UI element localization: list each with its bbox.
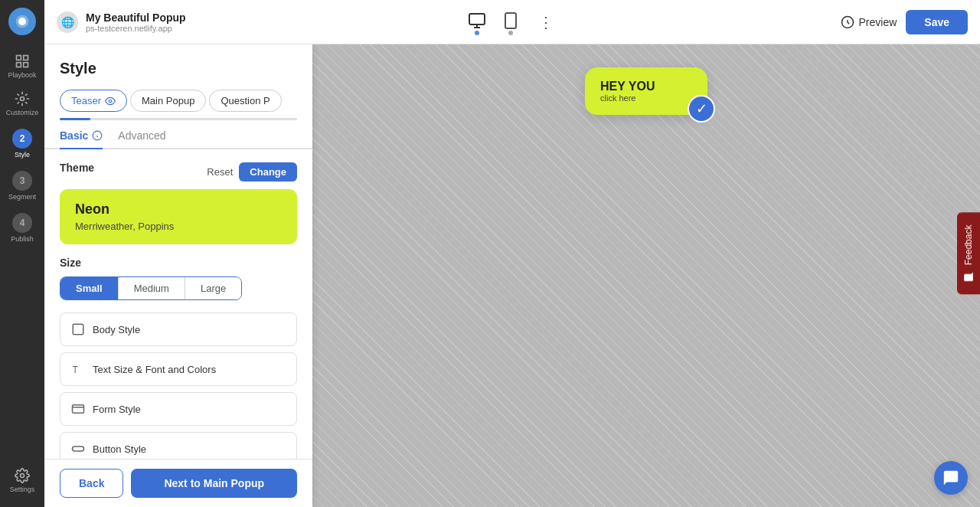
svg-rect-8 [469,14,485,25]
step-circle-publish: 4 [12,213,32,233]
tab-teaser[interactable]: Teaser [60,90,127,112]
text-size-item[interactable]: T Text Size & Font and Colors [60,352,297,386]
app-title: My Beautiful Popup [86,11,186,24]
desktop-active-dot [475,31,479,35]
sidebar-item-customize[interactable]: Customize [0,85,44,123]
popup-hey-text: HEY YOU [600,80,692,93]
size-label: Size [60,257,297,269]
step-circle-segment: 3 [12,171,32,191]
app-subtitle: ps-testceren.netlify.app [86,24,186,33]
text-size-label: Text Size & Font and Colors [93,364,216,375]
popup-click-text: click here [600,93,692,103]
theme-label: Theme [60,162,94,174]
svg-text:T: T [73,365,79,375]
save-button[interactable]: Save [906,10,968,34]
globe-icon: 🌐 [57,11,78,33]
svg-rect-18 [73,324,83,335]
svg-point-1 [18,18,26,25]
svg-rect-20 [73,405,84,414]
popup-preview: HEY YOU click here ✓ [585,67,707,115]
sidebar-item-playbook-label: Playbook [8,71,36,79]
feedback-tab[interactable]: Feedback [957,213,980,295]
popup-check-icon: ✓ [688,95,715,123]
more-options-button[interactable]: ⋮ [532,10,560,34]
next-button[interactable]: Next to Main Popup [131,469,297,498]
back-button[interactable]: Back [60,469,123,498]
button-style-label: Button Style [93,443,146,455]
theme-section-header: Theme Reset Change [60,162,297,182]
panel-footer: Back Next to Main Popup [44,459,312,507]
svg-rect-22 [73,446,84,451]
topbar-center: ⋮ [465,8,560,35]
tab-row: Teaser Main Popup Question P [44,90,312,112]
canvas-area: HEY YOU click here ✓ [312,44,980,507]
sub-tab-advanced[interactable]: Advanced [118,129,165,149]
sub-tab-row: Basic Advanced [44,120,312,149]
form-style-label: Form Style [93,404,141,415]
panel-content: Theme Reset Change Neon Merriweather, Po… [44,149,312,459]
desktop-device-button[interactable] [465,8,489,35]
topbar-left: 🌐 My Beautiful Popup ps-testceren.netlif… [57,11,465,33]
tab-scroll-indicator [60,118,297,120]
size-small-button[interactable]: Small [60,277,119,299]
sub-tab-basic[interactable]: Basic [60,129,103,149]
sidebar-item-style-label: Style [15,151,30,159]
svg-rect-2 [17,56,21,61]
theme-card: Neon Merriweather, Poppins [60,189,297,244]
topbar-title-block: My Beautiful Popup ps-testceren.netlify.… [86,11,186,33]
mobile-device-button[interactable] [498,8,523,35]
preview-button[interactable]: Preview [841,15,897,29]
size-section: Size Small Medium Large [60,257,297,300]
svg-rect-11 [505,13,516,28]
body-style-item[interactable]: Body Style [60,312,297,346]
sidebar-item-settings[interactable]: Settings [7,462,38,499]
sidebar-item-publish[interactable]: 4 Publish [0,207,44,249]
tab-scroll-thumb [60,118,90,120]
panel-header: Style [44,44,312,90]
sidebar: Playbook Customize 2 Style 3 Segment 4 P… [0,0,44,507]
tab-question[interactable]: Question P [209,90,281,112]
size-large-button[interactable]: Large [185,277,241,299]
svg-point-7 [21,474,24,478]
svg-point-6 [21,97,24,101]
mobile-dot [508,31,513,35]
sidebar-item-customize-label: Customize [6,109,39,116]
theme-fonts: Merriweather, Poppins [75,221,282,232]
content-area: Style Teaser Main Popup Question P [44,44,980,507]
step-circle-style: 2 [12,129,32,149]
sidebar-item-publish-label: Publish [11,235,34,243]
sidebar-item-style[interactable]: 2 Style [0,123,44,165]
topbar-right: Preview Save [560,10,968,34]
theme-reset-button[interactable]: Reset [207,166,233,178]
style-panel: Style Teaser Main Popup Question P [44,44,312,507]
button-style-item[interactable]: Button Style [60,432,297,459]
sidebar-item-playbook[interactable]: Playbook [0,47,44,85]
svg-point-14 [109,100,112,103]
main-area: 🌐 My Beautiful Popup ps-testceren.netlif… [44,0,980,507]
size-medium-button[interactable]: Medium [119,277,185,299]
svg-rect-4 [17,63,21,67]
theme-name: Neon [75,201,282,218]
svg-rect-5 [24,63,28,67]
sidebar-item-segment-label: Segment [8,193,36,201]
panel-title: Style [60,60,297,77]
svg-rect-3 [24,56,28,61]
app-logo[interactable] [8,8,36,35]
theme-actions: Reset Change [207,162,297,182]
size-buttons: Small Medium Large [60,276,242,300]
chat-button[interactable] [934,461,968,495]
body-style-label: Body Style [93,324,140,335]
sidebar-item-settings-label: Settings [10,486,35,493]
form-style-item[interactable]: Form Style [60,392,297,426]
sidebar-item-segment[interactable]: 3 Segment [0,165,44,207]
theme-change-button[interactable]: Change [239,162,297,182]
topbar: 🌐 My Beautiful Popup ps-testceren.netlif… [44,0,980,44]
tab-main-popup[interactable]: Main Popup [130,90,206,112]
